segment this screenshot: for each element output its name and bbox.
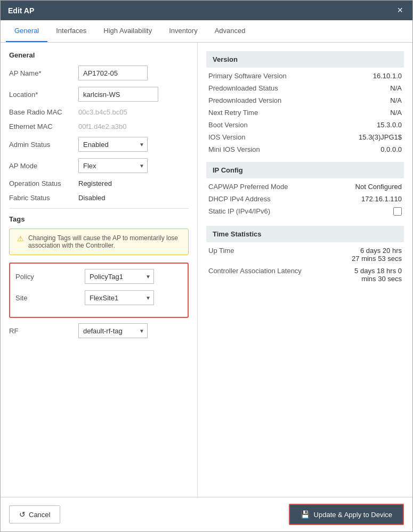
- admin-status-select-wrap: Enabled Disabled ▼: [78, 137, 148, 152]
- ethernet-mac-row: Ethernet MAC 00f1.d4e2.a3b0: [9, 122, 189, 130]
- left-panel: General AP Name* Location* Base Radio MA…: [1, 43, 198, 497]
- general-section-title: General: [9, 51, 189, 59]
- policy-select[interactable]: PolicyTag1: [85, 269, 154, 284]
- tabs-bar: General Interfaces High Availability Inv…: [1, 20, 412, 43]
- static-ip-checkbox[interactable]: [393, 207, 402, 216]
- ip-config-section: IP Config CAPWAP Preferred Mode Not Conf…: [206, 162, 404, 217]
- static-ip-row: Static IP (IPv4/IPv6): [206, 207, 404, 217]
- ethernet-mac-value: 00f1.d4e2.a3b0: [78, 122, 126, 130]
- boot-version-row: Boot Version 15.3.0.0: [206, 121, 404, 129]
- location-label: Location*: [9, 91, 78, 99]
- predownloaded-version-row: Predownloaded Version N/A: [206, 96, 404, 104]
- cancel-label: Cancel: [29, 511, 50, 519]
- tab-inventory[interactable]: Inventory: [160, 20, 206, 42]
- tags-outlined-box: Policy PolicyTag1 ▼ Site: [9, 263, 189, 318]
- ap-mode-select[interactable]: Flex Local Monitor Sniffer: [78, 158, 148, 173]
- modal-header: Edit AP ×: [1, 1, 412, 20]
- modal-body: General AP Name* Location* Base Radio MA…: [1, 43, 412, 497]
- ap-name-input[interactable]: [78, 66, 148, 80]
- modal-footer: ↺ Cancel 💾 Update & Apply to Device: [1, 497, 412, 531]
- apply-icon: 💾: [301, 510, 310, 519]
- time-statistics-section: Time Statistics Up Time 6 days 20 hrs27 …: [206, 226, 404, 283]
- apply-button[interactable]: 💾 Update & Apply to Device: [289, 504, 404, 525]
- rf-select[interactable]: default-rf-tag: [78, 323, 148, 338]
- policy-label: Policy: [15, 273, 85, 281]
- up-time-row: Up Time 6 days 20 hrs27 mins 53 secs: [206, 247, 404, 263]
- tab-advanced[interactable]: Advanced: [206, 20, 254, 42]
- operation-status-row: Operation Status Registered: [9, 179, 189, 187]
- operation-status-value: Registered: [78, 179, 112, 187]
- policy-select-wrap: PolicyTag1 ▼: [85, 269, 154, 284]
- apply-label: Update & Apply to Device: [314, 511, 392, 519]
- base-radio-mac-value: 00c3.b4c5.bc05: [78, 108, 127, 116]
- tags-warning-text: Changing Tags will cause the AP to momen…: [28, 234, 181, 249]
- ap-name-label: AP Name*: [9, 69, 78, 77]
- site-select-wrap: FlexSite1 ▼: [85, 290, 154, 305]
- tab-high-availability[interactable]: High Availability: [95, 20, 160, 42]
- version-section-header: Version: [206, 51, 404, 68]
- base-radio-mac-row: Base Radio MAC 00c3.b4c5.bc05: [9, 108, 189, 116]
- ip-config-section-header: IP Config: [206, 162, 404, 178]
- tab-general[interactable]: General: [6, 20, 47, 42]
- fabric-status-row: Fabric Status Disabled: [9, 194, 189, 202]
- rf-row: RF default-rf-tag ▼: [9, 323, 189, 338]
- tags-section: Tags ⚠ Changing Tags will cause the AP t…: [9, 215, 189, 338]
- ap-name-row: AP Name*: [9, 66, 189, 80]
- version-section: Version Primary Software Version 16.10.1…: [206, 51, 404, 153]
- location-row: Location*: [9, 87, 189, 102]
- admin-status-row: Admin Status Enabled Disabled ▼: [9, 137, 189, 152]
- primary-software-version-row: Primary Software Version 16.10.1.0: [206, 72, 404, 80]
- site-row: Site FlexSite1 ▼: [15, 290, 182, 305]
- ap-mode-label: AP Mode: [9, 162, 78, 170]
- ios-version-row: IOS Version 15.3(3)JPG1$: [206, 133, 404, 141]
- capwap-preferred-mode-row: CAPWAP Preferred Mode Not Configured: [206, 183, 404, 191]
- cancel-button[interactable]: ↺ Cancel: [9, 505, 60, 523]
- rf-label: RF: [9, 327, 78, 335]
- time-statistics-section-header: Time Statistics: [206, 226, 404, 242]
- next-retry-time-row: Next Retry Time N/A: [206, 109, 404, 117]
- admin-status-label: Admin Status: [9, 141, 78, 149]
- location-input[interactable]: [78, 87, 158, 102]
- ethernet-mac-label: Ethernet MAC: [9, 122, 78, 130]
- fabric-status-value: Disabled: [78, 194, 106, 202]
- rf-select-wrap: default-rf-tag ▼: [78, 323, 148, 338]
- cancel-icon: ↺: [19, 510, 26, 519]
- close-button[interactable]: ×: [395, 5, 405, 16]
- fabric-status-label: Fabric Status: [9, 194, 78, 202]
- tags-title: Tags: [9, 215, 189, 223]
- base-radio-mac-label: Base Radio MAC: [9, 108, 78, 116]
- right-panel: Version Primary Software Version 16.10.1…: [198, 43, 412, 497]
- site-select[interactable]: FlexSite1: [85, 290, 154, 305]
- ap-mode-row: AP Mode Flex Local Monitor Sniffer ▼: [9, 158, 189, 173]
- policy-row: Policy PolicyTag1 ▼: [15, 269, 182, 284]
- mini-ios-version-row: Mini IOS Version 0.0.0.0: [206, 145, 404, 153]
- controller-association-latency-row: Controller Association Latency 5 days 18…: [206, 267, 404, 283]
- tags-warning-box: ⚠ Changing Tags will cause the AP to mom…: [9, 228, 189, 255]
- warning-icon: ⚠: [17, 234, 24, 243]
- admin-status-select[interactable]: Enabled Disabled: [78, 137, 148, 152]
- edit-ap-modal: Edit AP × General Interfaces High Availa…: [0, 0, 413, 532]
- modal-title: Edit AP: [8, 6, 34, 15]
- operation-status-label: Operation Status: [9, 179, 78, 187]
- ap-mode-select-wrap: Flex Local Monitor Sniffer ▼: [78, 158, 148, 173]
- predownloaded-status-row: Predownloaded Status N/A: [206, 84, 404, 92]
- dhcp-ipv4-address-row: DHCP IPv4 Address 172.16.1.110: [206, 195, 404, 203]
- site-label: Site: [15, 294, 85, 302]
- tab-interfaces[interactable]: Interfaces: [47, 20, 95, 42]
